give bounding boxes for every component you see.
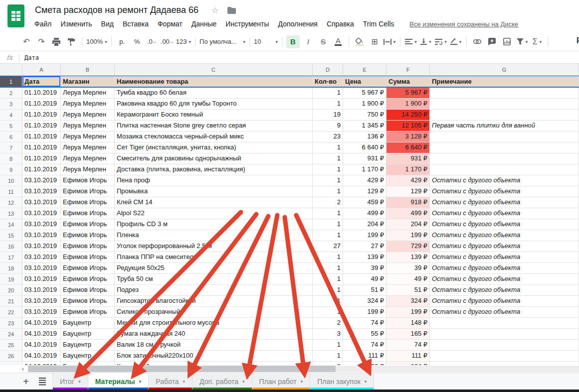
column-header[interactable]: C [115, 64, 313, 76]
row-header[interactable]: 25 [0, 340, 22, 351]
grid-cell[interactable]: Промывка [115, 186, 313, 197]
grid-cell[interactable]: Леруа Мерлен [61, 121, 115, 131]
header-cell[interactable]: Магазин [61, 76, 115, 87]
sheet-tab[interactable]: Доп. работа▾ [193, 373, 252, 390]
grid-cell[interactable]: 750 ₽ [343, 110, 386, 121]
grid-cell[interactable]: 199 ₽ [386, 230, 430, 241]
grid-cell[interactable]: Мозаика стекломасса черный-серый микс [115, 131, 313, 142]
grid-cell[interactable]: Ефимов Игорь [61, 252, 115, 263]
row-header[interactable]: 23 [0, 318, 22, 329]
grid-cell[interactable]: Остатки с другого объекта [430, 285, 579, 296]
row-header[interactable]: 27 [0, 362, 22, 365]
grid-cell[interactable]: 49 ₽ [386, 274, 430, 285]
column-header[interactable]: D [313, 64, 343, 76]
grid-cell[interactable]: 03.10.2019 [22, 263, 61, 274]
grid-cell[interactable]: 03.10.2019 [22, 285, 61, 296]
chevron-down-icon[interactable]: ▾ [301, 379, 303, 384]
sheet-tab[interactable]: План закупок▾ [310, 373, 374, 390]
row-header[interactable]: 22 [0, 307, 22, 318]
formula-input[interactable]: Дата [19, 54, 39, 61]
grid-cell[interactable]: Первая часть плитки для ванной [430, 121, 579, 131]
undo-button[interactable]: ↶ [20, 35, 33, 48]
menu-item[interactable]: Вставка [118, 18, 153, 30]
grid-cell[interactable]: Бауцентр [61, 340, 115, 351]
grid-cell[interactable]: Остатки с другого объекта [430, 186, 579, 197]
chevron-down-icon[interactable]: ▾ [365, 379, 367, 384]
grid-cell[interactable]: Подрез [115, 285, 313, 296]
grid-cell[interactable]: 2 [313, 318, 343, 329]
grid-cell[interactable]: Остатки с другого объекта [430, 274, 579, 285]
select-all-corner[interactable] [0, 64, 22, 76]
grid-cell[interactable]: 111 ₽ [343, 351, 386, 362]
grid-cell[interactable]: Остатки с другого объекта [430, 296, 579, 307]
bold-button[interactable]: B [286, 35, 300, 48]
text-color-button[interactable]: A [332, 35, 345, 48]
grid-cell[interactable]: 04.10.2019 [22, 318, 61, 329]
grid-cell[interactable]: 04.10.2019 [22, 329, 61, 340]
row-header[interactable]: 16 [0, 241, 22, 252]
grid-cell[interactable] [430, 164, 579, 175]
insert-chart-button[interactable] [501, 35, 514, 48]
grid-cell[interactable]: 6 640 ₽ [386, 142, 430, 153]
grid-cell[interactable]: 324 ₽ [343, 296, 386, 307]
grid-cell[interactable]: Ефимов Игорь [61, 175, 115, 186]
column-header[interactable]: E [343, 64, 386, 76]
grid-cell[interactable]: 204 ₽ [343, 219, 386, 230]
grid-cell[interactable]: 04.10.2019 [22, 351, 61, 362]
grid-cell[interactable]: 74 ₽ [343, 318, 386, 329]
grid-cell[interactable] [430, 362, 579, 365]
font-size-select[interactable]: 10 ▾ [254, 35, 278, 48]
grid-cell[interactable]: Пена проф [115, 175, 313, 186]
grid-cell[interactable]: Леруа Мерлен [61, 88, 115, 99]
header-cell[interactable]: Кол-во [313, 76, 343, 87]
grid-cell[interactable] [430, 340, 579, 351]
row-header[interactable]: 26 [0, 351, 22, 362]
grid-cell[interactable]: Блок затирочный220х100 [115, 351, 313, 362]
grid-cell[interactable]: 01.10.2019 [22, 88, 61, 99]
grid-cell[interactable]: Бауцентр [61, 362, 115, 365]
row-header[interactable]: 18 [0, 263, 22, 274]
vertical-align-button[interactable]: ▾ [419, 35, 432, 48]
row-header[interactable]: 11 [0, 186, 22, 197]
sheet-tab[interactable]: Работа▾ [149, 373, 193, 390]
grid-cell[interactable]: 3 128 ₽ [386, 131, 430, 142]
grid-cell[interactable]: Клей СМ 14 [115, 197, 313, 208]
grid-cell[interactable]: 129 ₽ [343, 186, 386, 197]
grid-cell[interactable]: 55 ₽ [343, 329, 386, 340]
grid-cell[interactable]: 14 250 ₽ [386, 110, 430, 121]
percent-format-button[interactable]: % [131, 35, 144, 48]
grid-cell[interactable]: 1 900 ₽ [386, 99, 430, 110]
grid-cell[interactable]: 1 [313, 274, 343, 285]
grid-cell[interactable]: 1 [313, 307, 343, 318]
row-header[interactable]: 8 [0, 153, 22, 164]
row-header[interactable]: 6 [0, 131, 22, 142]
zoom-select[interactable]: 100% ▾ [86, 35, 107, 48]
grid-cell[interactable]: 1 [313, 263, 343, 274]
grid-cell[interactable]: 139 ₽ [386, 252, 430, 263]
grid-cell[interactable]: 74 ₽ [386, 340, 430, 351]
grid-cell[interactable]: 1 [313, 219, 343, 230]
grid-cell[interactable]: Труба 50 см [115, 274, 313, 285]
grid-cell[interactable]: Остатки с другого объекта [430, 252, 579, 263]
grid-cell[interactable]: Леруа Мерлен [61, 110, 115, 121]
grid-cell[interactable]: 1 [313, 285, 343, 296]
grid-cell[interactable]: 03.10.2019 [22, 252, 61, 263]
grid-cell[interactable]: Гипсокартон влагостойкий [115, 296, 313, 307]
grid-cell[interactable]: 51 ₽ [343, 285, 386, 296]
header-cell[interactable]: Дата [22, 76, 61, 87]
row-header[interactable]: 1 [0, 76, 22, 87]
menu-item[interactable]: Изменить [56, 18, 96, 30]
print-button[interactable] [50, 35, 63, 48]
grid-cell[interactable]: 459 ₽ [343, 197, 386, 208]
grid-cell[interactable] [430, 131, 579, 142]
grid-cell[interactable]: 429 ₽ [386, 175, 430, 186]
chevron-down-icon[interactable]: ▾ [242, 379, 245, 384]
increase-decimal-button[interactable]: .00→ [161, 35, 174, 48]
grid-cell[interactable]: Доставка (плитка, раковина, инсталляция) [115, 164, 313, 175]
column-header[interactable]: G [430, 64, 579, 76]
row-header[interactable]: 15 [0, 230, 22, 241]
grid-cell[interactable] [430, 88, 579, 99]
menu-item[interactable]: Вид [97, 18, 118, 30]
grid-cell[interactable]: Смеситель для раковины однорычажный [115, 153, 313, 164]
grid-cell[interactable]: 204 ₽ [386, 219, 430, 230]
